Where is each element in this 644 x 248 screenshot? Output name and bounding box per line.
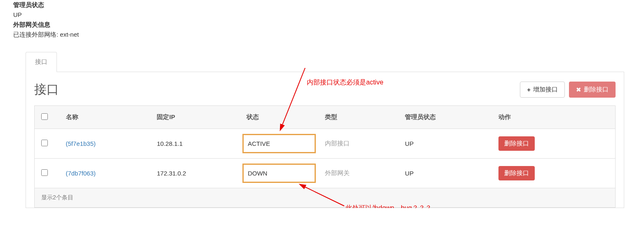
interface-name-link[interactable]: (7db7f063)	[66, 170, 96, 177]
tab-interfaces[interactable]: 接口	[26, 52, 57, 72]
type-cell: 内部接口	[318, 129, 398, 159]
type-cell: 外部网关	[318, 159, 398, 188]
header-fixed-ip: 固定IP	[150, 106, 240, 129]
row-delete-label: 删除接口	[504, 169, 529, 176]
plus-icon: +	[527, 86, 531, 93]
add-interface-button[interactable]: + 增加接口	[520, 82, 565, 98]
delete-interfaces-button[interactable]: ✖ 删除接口	[569, 82, 616, 98]
interfaces-table: 名称 固定IP 状态 类型 管理员状态 动作 (5f7e1b35) 10.28.…	[34, 105, 616, 208]
header-status: 状态	[240, 106, 318, 129]
row-checkbox[interactable]	[41, 140, 48, 146]
ext-gateway-label: 外部网关信息	[13, 20, 644, 30]
admin-status-label: 管理员状态	[13, 0, 644, 10]
header-action: 动作	[492, 106, 616, 129]
header-checkbox-cell	[35, 106, 59, 129]
panel-title: 接口	[34, 81, 59, 98]
interfaces-panel: 接口 + 增加接口 ✖ 删除接口	[26, 72, 624, 208]
ext-network-prefix: 已连接外部网络:	[13, 31, 60, 38]
status-highlight: DOWN	[242, 164, 316, 183]
admin-status-value: UP	[13, 10, 644, 20]
interface-name-link[interactable]: (5f7e1b35)	[66, 140, 96, 147]
row-delete-button[interactable]: 删除接口	[498, 166, 535, 180]
admin-status-cell: UP	[398, 159, 491, 188]
tab-bar: 接口	[26, 52, 624, 72]
router-detail-info: 管理员状态 UP 外部网关信息 已连接外部网络: ext-net	[0, 0, 644, 40]
add-interface-label: 增加接口	[533, 86, 558, 94]
status-value: DOWN	[248, 170, 268, 177]
table-row: (7db7f063) 172.31.0.2 DOWN 外部网关 UP 删除接口	[35, 159, 616, 188]
fixed-ip-cell: 10.28.1.1	[150, 129, 240, 159]
header-type: 类型	[318, 106, 398, 129]
delete-interfaces-label: 删除接口	[584, 86, 609, 94]
row-delete-button[interactable]: 删除接口	[498, 136, 535, 151]
ext-network-line: 已连接外部网络: ext-net	[13, 30, 644, 40]
table-header-row: 名称 固定IP 状态 类型 管理员状态 动作	[35, 106, 616, 129]
header-admin-status: 管理员状态	[398, 106, 491, 129]
table-row: (5f7e1b35) 10.28.1.1 ACTIVE 内部接口 UP 删除接口	[35, 129, 616, 159]
close-icon: ✖	[576, 86, 581, 94]
row-checkbox[interactable]	[41, 169, 48, 176]
fixed-ip-cell: 172.31.0.2	[150, 159, 240, 188]
tab-label: 接口	[35, 58, 47, 65]
status-highlight: ACTIVE	[242, 134, 316, 153]
row-delete-label: 删除接口	[504, 140, 529, 147]
table-footer: 显示2个条目	[35, 188, 616, 208]
ext-network-value: ext-net	[60, 31, 79, 38]
header-name: 名称	[59, 106, 150, 129]
admin-status-cell: UP	[398, 129, 491, 159]
select-all-checkbox[interactable]	[41, 113, 48, 120]
status-value: ACTIVE	[248, 140, 270, 147]
